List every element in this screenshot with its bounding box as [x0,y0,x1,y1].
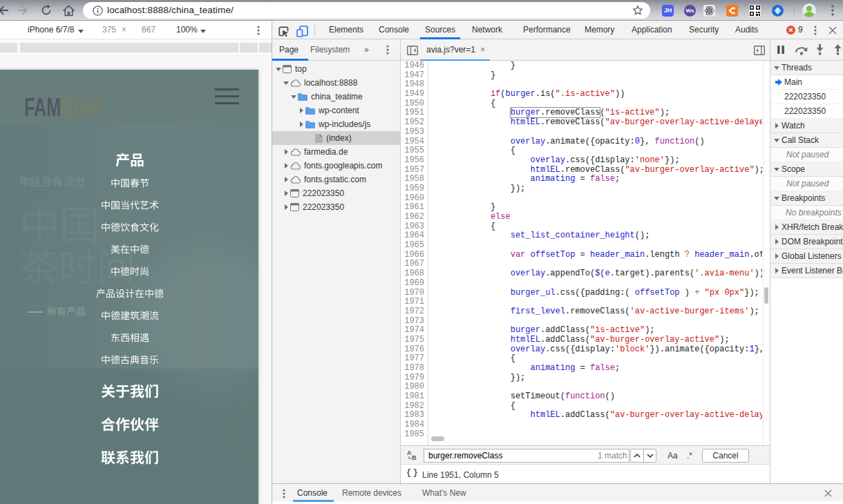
svg-text:B: B [412,454,417,461]
svg-text:A: A [407,449,412,456]
